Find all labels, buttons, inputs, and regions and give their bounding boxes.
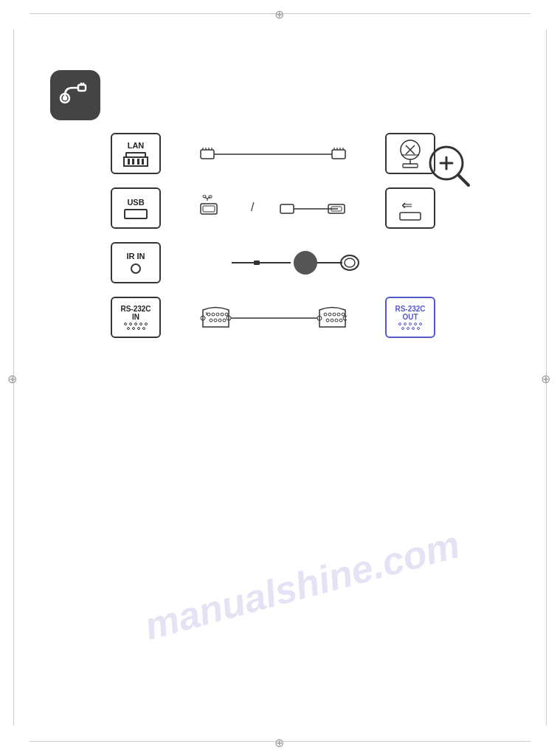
svg-point-54 (214, 319, 217, 322)
usb-right-icon: ⇐ (394, 193, 426, 223)
rs232c-port-icon (124, 323, 148, 330)
cable-icon (59, 79, 91, 111)
svg-point-62 (333, 313, 336, 316)
svg-text:/: / (251, 201, 255, 213)
svg-point-64 (342, 313, 345, 316)
watermark: manualshine.com (90, 508, 514, 662)
svg-point-51 (221, 313, 224, 316)
ir-label: IR IN (126, 252, 145, 261)
svg-rect-27 (203, 206, 215, 212)
svg-point-63 (337, 313, 340, 316)
ir-row: IR IN (111, 242, 435, 283)
lan-cable-svg (199, 142, 347, 165)
rs232c-out-sublabel: OUT (402, 313, 418, 321)
svg-point-52 (225, 313, 228, 316)
svg-point-53 (210, 319, 212, 322)
svg-rect-39 (400, 213, 421, 220)
lan-label: LAN (128, 141, 145, 150)
lan-port-icon (123, 152, 148, 167)
svg-point-68 (339, 319, 342, 322)
usb-label: USB (127, 198, 144, 207)
cable-icon-box (50, 70, 100, 120)
rs232c-cable-svg (199, 299, 347, 336)
lan-cable-area (168, 142, 378, 165)
usb-row: USB / (111, 187, 435, 229)
rs232c-cable-area (168, 299, 378, 336)
rs232c-in-sublabel: IN (132, 313, 139, 321)
svg-point-56 (223, 319, 226, 322)
usb-port-icon (124, 209, 148, 219)
svg-point-60 (324, 313, 327, 316)
svg-point-48 (207, 313, 210, 316)
svg-point-4 (63, 97, 66, 100)
svg-rect-0 (78, 85, 86, 91)
usb-right-box: ⇐ (385, 187, 435, 229)
rs232c-out-port-icon (398, 323, 422, 330)
svg-rect-15 (332, 150, 345, 159)
rs232c-out-label-box: RS-232C OUT (385, 297, 435, 338)
ir-cable-area (168, 248, 435, 277)
svg-rect-41 (254, 261, 260, 265)
lan-label-box: LAN (111, 133, 161, 174)
svg-rect-9 (201, 150, 214, 159)
svg-point-50 (216, 313, 219, 316)
usb-cable-svg: / (199, 195, 347, 221)
rs232c-out-label: RS-232C (395, 305, 425, 313)
lan-right-box (385, 133, 435, 174)
svg-point-61 (328, 313, 331, 316)
rs232c-in-label: RS-232C (120, 305, 151, 313)
ir-cable-svg (228, 248, 376, 277)
crosshair-top (274, 7, 286, 19)
svg-point-43 (294, 251, 317, 275)
svg-rect-32 (209, 196, 212, 198)
svg-rect-34 (280, 204, 294, 213)
crosshair-right (541, 372, 553, 384)
ir-label-box: IR IN (111, 242, 161, 283)
svg-point-67 (335, 319, 338, 322)
connector-rows: LAN (111, 133, 435, 351)
lan-right-icon (394, 139, 426, 168)
usb-cable-area: / (168, 195, 378, 221)
svg-point-49 (212, 313, 215, 316)
svg-point-65 (326, 319, 329, 322)
rs232c-row: RS-232C IN (111, 297, 435, 338)
svg-point-46 (345, 258, 355, 267)
crosshair-bottom (274, 736, 286, 748)
lan-row: LAN (111, 133, 435, 174)
svg-point-55 (218, 319, 221, 322)
usb-label-box: USB (111, 187, 161, 229)
svg-line-6 (458, 175, 469, 185)
crosshair-left (7, 372, 19, 384)
svg-text:⇐: ⇐ (401, 198, 412, 213)
ir-port-icon (131, 263, 141, 274)
rs232c-in-label-box: RS-232C IN (111, 297, 161, 338)
svg-point-66 (331, 319, 333, 322)
svg-point-45 (341, 255, 359, 270)
